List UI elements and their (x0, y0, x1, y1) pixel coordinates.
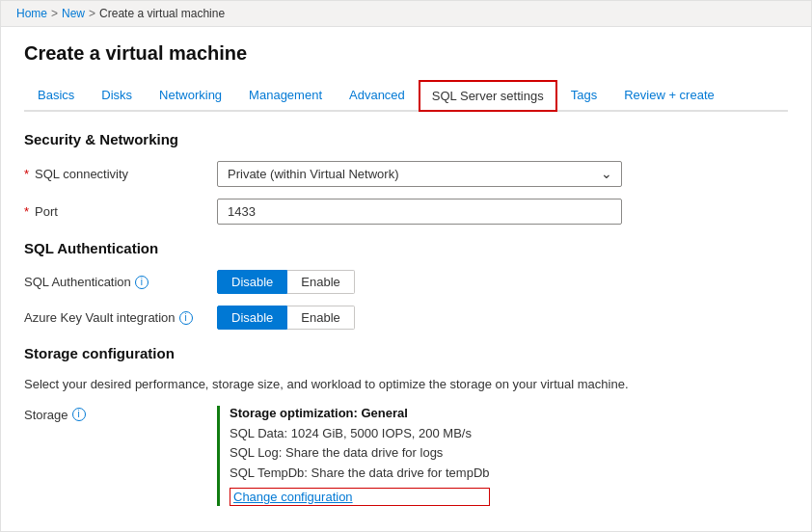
sql-auth-enable-btn[interactable]: Enable (287, 270, 354, 294)
tab-networking[interactable]: Networking (146, 80, 235, 112)
page-title: Create a virtual machine (24, 42, 788, 65)
storage-row: Storage i Storage optimization: General … (24, 406, 788, 506)
sql-auth-toggle: Disable Enable (217, 270, 622, 294)
sql-auth-info-icon[interactable]: i (135, 276, 149, 289)
breadcrumb-sep-2: > (89, 7, 95, 20)
sql-connectivity-control: Private (within Virtual Network) (217, 161, 622, 187)
breadcrumb-new[interactable]: New (62, 7, 85, 20)
tab-tags[interactable]: Tags (557, 80, 610, 112)
tab-advanced[interactable]: Advanced (336, 80, 419, 112)
azure-keyvault-toggle: Disable Enable (217, 306, 622, 330)
azure-keyvault-info-icon[interactable]: i (179, 311, 193, 325)
azure-keyvault-disable-btn[interactable]: Disable (217, 306, 287, 330)
port-required: * (24, 204, 29, 219)
azure-keyvault-toggle-group: Disable Enable (217, 306, 622, 330)
tab-management[interactable]: Management (235, 80, 336, 112)
storage-info-icon[interactable]: i (72, 408, 86, 421)
storage-label: Storage (24, 408, 68, 422)
sql-auth-label: SQL Authentication i (24, 275, 217, 289)
breadcrumb: Home > New > Create a virtual machine (1, 1, 811, 27)
port-control (217, 199, 622, 225)
breadcrumb-current: Create a virtual machine (99, 7, 225, 20)
tab-disks[interactable]: Disks (88, 80, 146, 112)
tab-basics[interactable]: Basics (24, 80, 88, 112)
sql-connectivity-select[interactable]: Private (within Virtual Network) (217, 161, 622, 187)
storage-green-bar (217, 406, 220, 506)
storage-detail-line-0: SQL Data: 1024 GiB, 5000 IOPS, 200 MB/s (230, 424, 490, 444)
port-input[interactable] (217, 199, 622, 225)
port-label: * Port (24, 204, 217, 219)
storage-label-col: Storage i (24, 406, 217, 422)
sql-auth-section-title: SQL Authentication (24, 240, 788, 256)
security-networking-title: Security & Networking (24, 131, 788, 147)
storage-detail-line-2: SQL TempDb: Share the data drive for tem… (230, 464, 490, 484)
azure-keyvault-label: Azure Key Vault integration i (24, 310, 217, 325)
port-row: * Port (24, 199, 788, 225)
storage-detail-line-1: SQL Log: Share the data drive for logs (230, 443, 490, 464)
sql-connectivity-label: * SQL connectivity (24, 167, 217, 181)
tabs-bar: Basics Disks Networking Management Advan… (24, 80, 788, 112)
breadcrumb-sep-1: > (51, 7, 58, 20)
sql-connectivity-required: * (24, 167, 29, 181)
change-configuration-link[interactable]: Change configuration (230, 488, 490, 506)
storage-value-block: Storage optimization: General SQL Data: … (230, 406, 490, 506)
storage-optimization-title: Storage optimization: General (230, 406, 490, 420)
sql-auth-disable-btn[interactable]: Disable (217, 270, 287, 294)
azure-keyvault-enable-btn[interactable]: Enable (287, 306, 354, 330)
storage-config-title: Storage configuration (24, 345, 788, 361)
azure-keyvault-row: Azure Key Vault integration i Disable En… (24, 306, 788, 330)
sql-connectivity-select-wrapper[interactable]: Private (within Virtual Network) (217, 161, 622, 187)
storage-config-desc: Select your desired performance, storage… (24, 375, 788, 394)
tab-review-create[interactable]: Review + create (610, 80, 728, 112)
tab-sql-server-settings[interactable]: SQL Server settings (419, 80, 557, 112)
sql-auth-row: SQL Authentication i Disable Enable (24, 270, 788, 294)
sql-auth-toggle-group: Disable Enable (217, 270, 622, 294)
sql-connectivity-row: * SQL connectivity Private (within Virtu… (24, 161, 788, 187)
breadcrumb-home[interactable]: Home (16, 7, 47, 20)
